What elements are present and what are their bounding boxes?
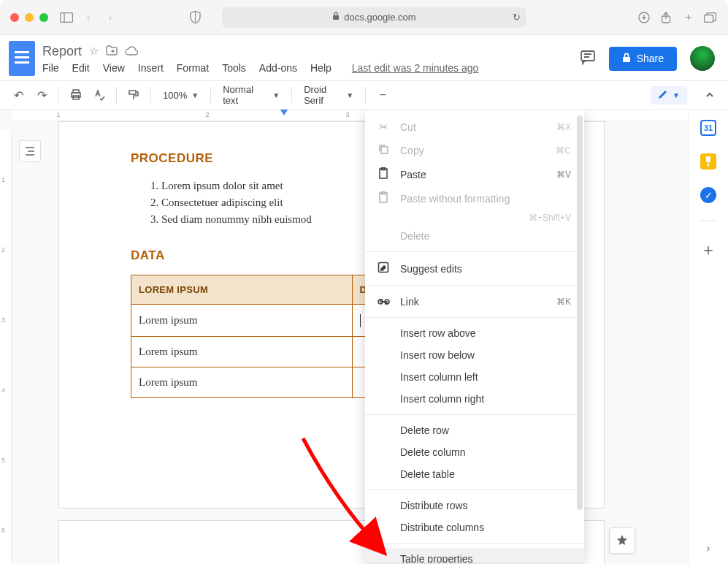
copy-icon (377, 144, 390, 157)
menu-separator (365, 543, 584, 544)
hide-panel-icon[interactable]: › (707, 542, 710, 554)
menu-link[interactable]: Link ⌘K (365, 290, 584, 313)
svg-rect-2 (333, 15, 339, 20)
link-icon (377, 295, 390, 308)
explore-button[interactable] (609, 527, 635, 554)
menu-suggest-edits[interactable]: Suggest edits (365, 256, 584, 281)
side-panel: 31 ＋ › (688, 110, 728, 564)
doc-title[interactable]: Report (42, 44, 82, 59)
menu-delete-row[interactable]: Delete row (365, 419, 584, 441)
menu-separator (365, 285, 584, 286)
svg-rect-11 (129, 91, 136, 94)
redo-button[interactable]: ↷ (32, 85, 51, 104)
vertical-ruler[interactable]: 1 2 3 4 5 6 (0, 130, 12, 564)
horizontal-ruler[interactable]: 1 2 3 (12, 110, 688, 121)
menu-edit[interactable]: Edit (72, 62, 90, 74)
menu-copy[interactable]: Copy ⌘C (365, 139, 584, 162)
menu-distribute-rows[interactable]: Distribute rows (365, 495, 584, 517)
add-addon-icon[interactable]: ＋ (700, 239, 716, 261)
menu-tools[interactable]: Tools (222, 62, 246, 74)
table-cell[interactable]: Lorem ipsum (131, 367, 353, 397)
canvas-area: 1 2 3 1 2 3 4 5 6 PROCEDURE Lorem ipsum … (0, 110, 688, 564)
style-select[interactable]: Normal text▼ (218, 84, 284, 106)
tabs-icon[interactable] (702, 9, 718, 26)
paste-plain-icon (377, 191, 390, 205)
calendar-icon[interactable]: 31 (700, 120, 716, 136)
menu-file[interactable]: File (42, 62, 59, 74)
editing-mode-button[interactable]: ▼ (651, 86, 687, 104)
tasks-icon[interactable] (700, 187, 716, 203)
keep-icon[interactable] (700, 153, 716, 169)
menu-paste-wf-shortcut: ⌘+Shift+V (365, 210, 584, 225)
paint-format-button[interactable] (124, 85, 143, 104)
svg-rect-6 (581, 51, 594, 61)
reload-icon[interactable]: ↻ (513, 12, 521, 23)
table-header[interactable]: LOREM IPSUM (131, 275, 353, 305)
chevron-down-icon: ▼ (272, 91, 280, 99)
downloads-icon[interactable] (636, 9, 652, 26)
chevron-down-icon: ▼ (191, 91, 199, 99)
menu-format[interactable]: Format (177, 62, 209, 74)
svg-rect-5 (704, 15, 713, 22)
sidebar-icon[interactable] (58, 9, 74, 26)
share-icon[interactable] (658, 9, 674, 26)
nav-back-icon[interactable]: ‹ (80, 9, 96, 26)
menu-view[interactable]: View (103, 62, 125, 74)
indent-marker-icon[interactable] (280, 110, 288, 115)
font-select[interactable]: Droid Serif▼ (299, 84, 358, 106)
menu-insert-column-left[interactable]: Insert column left (365, 366, 584, 388)
pencil-icon (658, 89, 668, 102)
menu-cut[interactable]: ✂ Cut ⌘X (365, 115, 584, 139)
docs-logo-icon[interactable] (9, 41, 35, 76)
avatar[interactable] (690, 46, 715, 71)
menu-addons[interactable]: Add-ons (259, 62, 297, 74)
menu-delete-table[interactable]: Delete table (365, 463, 584, 485)
svg-rect-0 (61, 12, 73, 22)
table-cell[interactable]: Lorem ipsum (131, 305, 353, 337)
undo-button[interactable]: ↶ (9, 85, 28, 104)
address-bar[interactable]: docs.google.com ↻ (222, 7, 526, 28)
new-tab-icon[interactable]: ＋ (680, 9, 696, 26)
context-menu: ✂ Cut ⌘X Copy ⌘C Paste ⌘V (365, 110, 584, 563)
comments-icon[interactable] (580, 49, 596, 69)
table-cell[interactable]: Lorem ipsum (131, 336, 353, 367)
share-button-label: Share (637, 53, 664, 64)
menu-delete[interactable]: Delete (365, 225, 584, 247)
menu-paste[interactable]: Paste ⌘V (365, 162, 584, 186)
toolbar: ↶ ↷ 100%▼ Normal text▼ Droid Serif▼ − ▼ (0, 80, 728, 110)
menu-distribute-columns[interactable]: Distribute columns (365, 517, 584, 538)
menu-insert-column-right[interactable]: Insert column right (365, 388, 584, 410)
collapse-toolbar-icon[interactable] (700, 85, 719, 104)
outline-button[interactable] (19, 140, 41, 162)
menu-paste-without-formatting[interactable]: Paste without formatting (365, 186, 584, 210)
nav-forward-icon[interactable]: › (102, 9, 118, 26)
paste-icon (377, 167, 390, 181)
menu-table-properties[interactable]: Table properties (365, 548, 584, 563)
menu-insert[interactable]: Insert (138, 62, 164, 74)
last-edit-link[interactable]: Last edit was 2 minutes ago (352, 62, 479, 74)
text-caret (360, 314, 361, 327)
menu-separator (365, 489, 584, 490)
font-size-down[interactable]: − (373, 85, 392, 104)
menu-help[interactable]: Help (310, 62, 332, 74)
menu-bar: File Edit View Insert Format Tools Add-o… (42, 59, 580, 74)
print-button[interactable] (66, 85, 85, 104)
window-maximize[interactable] (39, 13, 48, 22)
gdoc-header: Report ☆ File Edit View Insert Format To… (0, 35, 728, 76)
menu-insert-row-above[interactable]: Insert row above (365, 322, 584, 344)
cloud-status-icon[interactable] (125, 45, 138, 58)
chevron-down-icon: ▼ (673, 91, 680, 99)
zoom-select[interactable]: 100%▼ (158, 90, 203, 101)
share-button[interactable]: Share (609, 47, 677, 71)
context-menu-scrollbar[interactable] (577, 115, 583, 510)
address-host: docs.google.com (344, 12, 415, 23)
window-minimize[interactable] (25, 13, 34, 22)
star-icon[interactable]: ☆ (89, 45, 99, 58)
window-close[interactable] (10, 13, 19, 22)
menu-insert-row-below[interactable]: Insert row below (365, 344, 584, 366)
spellcheck-button[interactable] (90, 85, 109, 104)
workspace: 1 2 3 1 2 3 4 5 6 PROCEDURE Lorem ipsum … (0, 110, 728, 564)
shield-icon[interactable] (187, 9, 203, 26)
menu-delete-column[interactable]: Delete column (365, 441, 584, 463)
move-icon[interactable] (106, 45, 118, 58)
